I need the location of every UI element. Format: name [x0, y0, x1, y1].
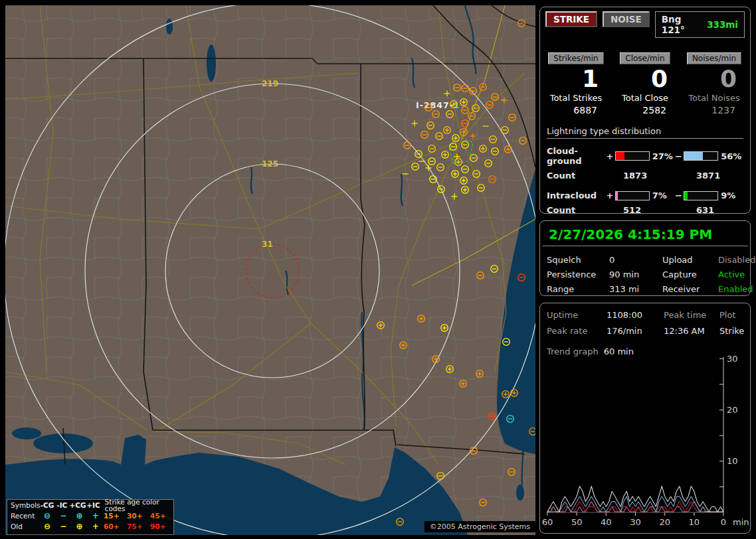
noise-button[interactable]: NOISE [603, 11, 650, 27]
x-axis-unit: min [733, 517, 749, 527]
total-noises-label: Total Noises [685, 93, 743, 103]
total-close-value: 2582 [616, 105, 674, 116]
x-tick-label: 40 [601, 517, 612, 527]
strikes-per-min-button[interactable]: Strikes/min [548, 52, 603, 64]
close-per-min-button[interactable]: Close/min [620, 52, 670, 64]
ring-label: 313 [262, 5, 278, 7]
ring-label: 219 [262, 79, 278, 88]
upload-value: Disabled [718, 255, 755, 265]
plus-sign: + [606, 191, 614, 200]
cg-negative-percent: 56% [721, 151, 743, 161]
lake [12, 427, 41, 439]
legend-symbol-icon: + [88, 512, 104, 520]
intracloud-row: Intracloud + 7% − 9% [547, 191, 743, 200]
trend-series-cg_positive [547, 502, 723, 512]
cloud-ground-label: Cloud-ground [547, 146, 606, 166]
trend-panel: Uptime 1108:00 Peak time Plot Peak rate … [539, 303, 751, 534]
receiver-value: Enabled [718, 284, 755, 294]
map-panel: 31321912531 I-2847-1 Symbols -CG -IC +CG… [5, 5, 535, 535]
count-label: Count [547, 205, 613, 215]
minus-sign: − [675, 191, 683, 200]
ic-positive-bar [615, 191, 650, 200]
cg-negative-count: 3871 [684, 171, 720, 181]
legend-header-row: Symbols -CG -IC +CG +IC Strike age color… [7, 500, 173, 510]
ic-positive-count: 512 [613, 205, 684, 215]
lake [166, 19, 173, 35]
capture-label: Capture [662, 270, 718, 279]
legend-symbol-icon: − [55, 522, 71, 530]
trend-series-total_strikes [547, 486, 723, 512]
total-strikes-label: Total Strikes [547, 93, 605, 103]
legend-symbol-icon: + [88, 522, 104, 530]
legend-row-label: Recent [11, 512, 39, 520]
app-window: 31321912531 I-2847-1 Symbols -CG -IC +CG… [0, 0, 756, 539]
plot-label: Plot [719, 310, 744, 320]
peak-rate-value: 176/min [607, 326, 664, 336]
intracloud-counts: Count 512 631 [547, 205, 743, 215]
x-tick-label: 10 [689, 517, 700, 527]
upload-label: Upload [662, 255, 718, 265]
status-grid: Squelch 0 Upload Disabled Persistence 90… [540, 246, 750, 294]
x-tick-label: 30 [630, 517, 641, 527]
legend-age-code: 75+ [127, 523, 150, 530]
strikes-per-min-value: 1 [547, 64, 605, 93]
lake [207, 44, 216, 82]
bearing-value: Bng 121° [662, 14, 699, 35]
noises-per-min-button[interactable]: Noises/min [687, 52, 741, 64]
ic-negative-count: 631 [684, 205, 714, 215]
close-per-min-value: 0 [616, 64, 674, 93]
peak-rate-label: Peak rate [547, 326, 607, 336]
trend-graph-row: Trend graph 60 min [540, 336, 750, 356]
trend-series-intracloud [547, 502, 723, 512]
uptime-value: 1108:00 [607, 310, 664, 320]
total-close-label: Total Close [616, 93, 674, 103]
peak-time-value: 12:36 AM [664, 326, 719, 336]
cg-positive-percent: 27% [652, 151, 675, 161]
copyright-label: ©2005 Astrogenic Systems [425, 521, 535, 532]
legend-symbol-icon: ⊕ [71, 522, 87, 530]
legend-old-row: Old⊖−⊕+60+75+90+ [7, 521, 173, 532]
count-label: Count [547, 171, 613, 181]
squelch-value: 0 [609, 255, 662, 265]
y-tick-label: 10 [727, 456, 738, 466]
legend-row-label: Old [11, 523, 39, 530]
legend-symbol-icon: ⊖ [39, 512, 55, 520]
map-legend: Symbols -CG -IC +CG +IC Strike age color… [7, 499, 174, 535]
ic-positive-percent: 7% [652, 191, 675, 200]
close-column: Close/min 0 Total Close 2582 [616, 51, 674, 116]
persistence-value: 90 min [609, 270, 662, 279]
capture-value: Active [718, 270, 755, 279]
legend-col-cg-neg: -CG [40, 502, 54, 509]
range-value: 333mi [707, 19, 738, 30]
datetime-display: 2/27/2026 4:15:19 PM [542, 221, 748, 246]
legend-symbol-icon: ⊕ [71, 512, 87, 520]
legend-age-code: 15+ [104, 512, 127, 520]
trend-series-cg_negative [547, 497, 723, 512]
cg-negative-bar [684, 151, 718, 161]
lightning-map[interactable]: 31321912531 I-2847-1 [5, 5, 535, 535]
cloud-ground-counts: Count 1873 3871 [547, 171, 743, 181]
plot-value: Strike [719, 326, 744, 336]
x-tick-label: 0 [721, 517, 726, 527]
receiver-label: Receiver [662, 284, 718, 294]
legend-symbol-icon: − [55, 512, 71, 520]
legend-age-code: 45+ [150, 512, 173, 520]
legend-age-code: 60+ [104, 523, 127, 530]
rate-counters: Strikes/min 1 Total Strikes 6887 Close/m… [540, 38, 750, 116]
x-tick-label: 60 [542, 517, 553, 527]
legend-symbols-label: Symbols [11, 502, 40, 509]
trend-graph-value: 60 min [604, 346, 634, 356]
ic-negative-percent: 9% [721, 191, 743, 200]
peak-time-label: Peak time [664, 310, 719, 320]
legend-col-cg-pos: +CG [69, 502, 86, 509]
x-tick-label: 50 [571, 517, 583, 527]
bearing-range-display: Bng 121° 333mi [655, 11, 745, 38]
cloud-ground-row: Cloud-ground + 27% − 56% [547, 146, 743, 166]
uptime-grid: Uptime 1108:00 Peak time Plot Peak rate … [540, 303, 750, 336]
intracloud-label: Intracloud [547, 191, 606, 200]
noises-per-min-value: 0 [685, 64, 743, 93]
strike-button[interactable]: STRIKE [545, 11, 597, 27]
strikes-column: Strikes/min 1 Total Strikes 6887 [547, 51, 605, 116]
status-panel: 2/27/2026 4:15:19 PM Squelch 0 Upload Di… [539, 220, 751, 296]
total-strikes-value: 6887 [547, 105, 605, 116]
